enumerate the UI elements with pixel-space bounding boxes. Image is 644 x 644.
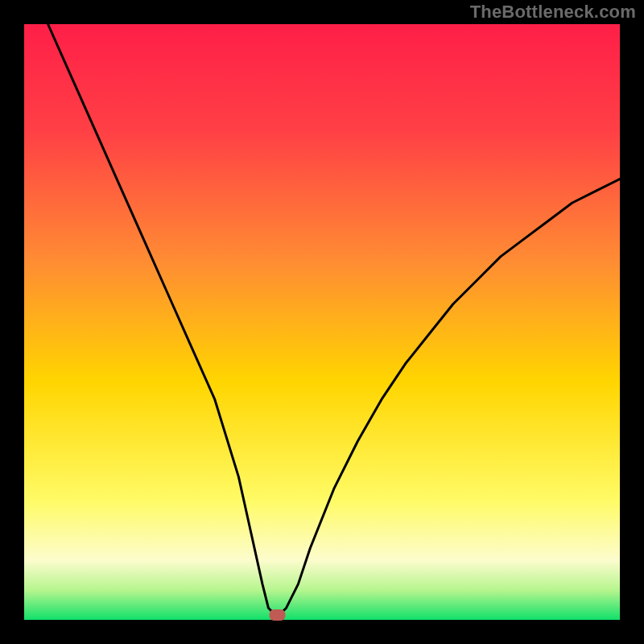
optimal-point-marker: [270, 609, 286, 621]
chart-svg: [0, 0, 644, 644]
chart-frame: TheBottleneck.com: [0, 0, 644, 644]
plot-background: [24, 24, 620, 620]
watermark-text: TheBottleneck.com: [470, 2, 636, 23]
